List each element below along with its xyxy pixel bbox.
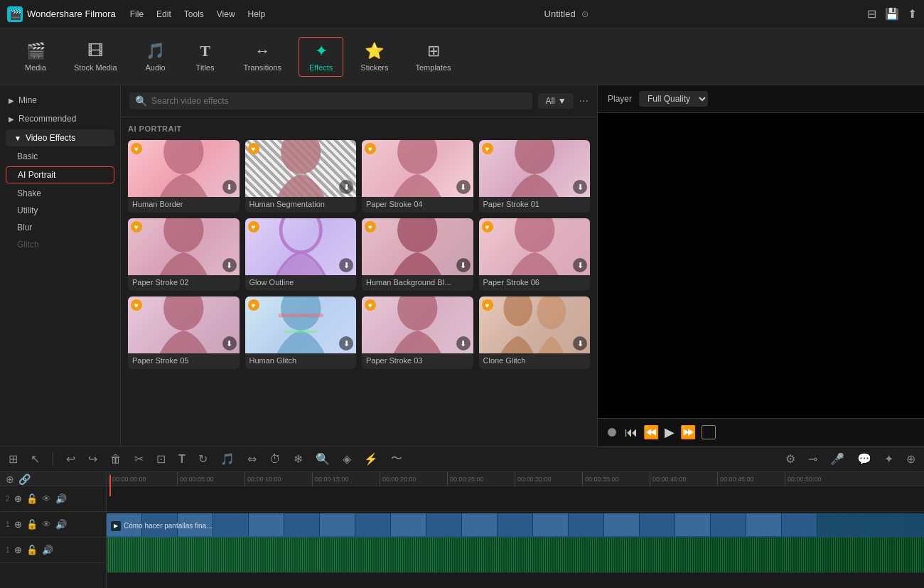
- timeline-color[interactable]: ◈: [340, 451, 354, 467]
- effect-human-bg-bi[interactable]: ♥ ⬇ Human Background BI...: [362, 218, 473, 291]
- download-paper05[interactable]: ⬇: [222, 336, 237, 351]
- play-button[interactable]: ▶: [665, 424, 675, 440]
- toolbar-effects[interactable]: ✦ Effects: [299, 37, 343, 77]
- filter-button[interactable]: All ▼: [538, 93, 573, 109]
- toolbar-audio[interactable]: 🎵 Audio: [134, 38, 177, 76]
- sidebar-item-mine[interactable]: ▶ Mine: [0, 91, 120, 109]
- timeline-audio-wave[interactable]: 〜: [388, 450, 405, 468]
- track-2-volume[interactable]: 🔊: [55, 493, 67, 504]
- toolbar-transitions[interactable]: ↔ Transitions: [234, 38, 291, 76]
- track-2-lock[interactable]: 🔓: [26, 493, 38, 504]
- download-hbg[interactable]: ⬇: [456, 258, 471, 272]
- timeline-adjust[interactable]: ⚡: [361, 451, 381, 467]
- download-paper03[interactable]: ⬇: [456, 336, 471, 351]
- download-paper06[interactable]: ⬇: [573, 258, 587, 272]
- menu-file[interactable]: File: [130, 9, 144, 19]
- timeline-redo[interactable]: ↪: [85, 451, 100, 467]
- sidebar-item-blur[interactable]: Blur: [0, 219, 120, 236]
- effect-paper04[interactable]: ♥ ⬇ Paper Stroke 04: [362, 140, 473, 213]
- toolbar-stickers[interactable]: ⭐ Stickers: [350, 38, 398, 76]
- track-1-volume[interactable]: 🔊: [55, 519, 67, 530]
- timeline-zoom[interactable]: 🔍: [313, 451, 333, 467]
- track-1-eye[interactable]: 👁: [42, 519, 51, 530]
- audio-track-1-volume[interactable]: 🔊: [42, 545, 53, 555]
- sidebar-item-utility[interactable]: Utility: [0, 202, 120, 219]
- add-track-icon[interactable]: ⊕: [6, 474, 14, 485]
- timeline-crop[interactable]: ⊡: [154, 451, 168, 467]
- toolbar-stock-media[interactable]: 🎞 Stock Media: [64, 38, 127, 76]
- sidebar-item-recommended[interactable]: ▶ Recommended: [0, 109, 120, 128]
- effect-name-paper05: Paper Stroke 05: [128, 353, 240, 369]
- sidebar-item-ai-portrait[interactable]: AI Portrait: [6, 166, 114, 183]
- timeline-transform[interactable]: ⇔: [245, 451, 259, 467]
- fullscreen-button[interactable]: [702, 425, 716, 439]
- effect-paper03[interactable]: ♥ ⬇ Paper Stroke 03: [362, 296, 473, 369]
- project-title[interactable]: Untitled: [544, 9, 576, 19]
- timeline-cut-tool[interactable]: ⊞: [6, 451, 21, 467]
- sidebar-item-basic[interactable]: Basic: [0, 148, 120, 165]
- timeline-undo[interactable]: ↩: [63, 451, 78, 467]
- sidebar-item-shake[interactable]: Shake: [0, 185, 120, 202]
- sidebar-item-video-effects[interactable]: ▼ Video Effects: [6, 129, 114, 146]
- timeline-captions[interactable]: 💬: [854, 451, 874, 467]
- step-back-button[interactable]: ⏪: [643, 424, 659, 440]
- timeline-freeze[interactable]: ❄: [291, 451, 306, 467]
- toolbar-templates[interactable]: ⊞ Templates: [405, 38, 461, 76]
- timeline-mic[interactable]: 🎤: [827, 451, 847, 467]
- track-1-add[interactable]: ⊕: [14, 519, 22, 530]
- effect-clone-glitch[interactable]: ♥ ⬇ Clone Glitch: [479, 296, 591, 369]
- download-clone[interactable]: ⬇: [573, 336, 587, 351]
- step-forward-button[interactable]: ⏩: [680, 424, 696, 440]
- effect-human-seg[interactable]: ♥ ⬇ Human Segmentation: [245, 140, 357, 213]
- player-quality-select[interactable]: Full Quality 1/2 Quality 1/4 Quality: [639, 91, 708, 107]
- toolbar-titles[interactable]: T Titles: [184, 38, 227, 76]
- menu-view[interactable]: View: [217, 9, 235, 19]
- timeline-speed[interactable]: ⏱: [267, 451, 284, 467]
- timeline-text[interactable]: T: [176, 451, 188, 467]
- download-hglitch[interactable]: ⬇: [339, 336, 353, 351]
- download-human-border[interactable]: ⬇: [222, 180, 237, 194]
- link-tracks-icon[interactable]: 🔗: [18, 474, 31, 485]
- timeline-delete[interactable]: 🗑: [107, 451, 124, 467]
- cloud-icon[interactable]: 💾: [885, 7, 899, 21]
- menu-tools[interactable]: Tools: [184, 9, 204, 19]
- video-track-1[interactable]: ▶ Cómo hacer pantallas fina...: [107, 513, 924, 538]
- export-icon[interactable]: ⬆: [908, 7, 917, 21]
- effect-glow[interactable]: ♥ ⬇ Glow Outline: [245, 218, 357, 291]
- search-input[interactable]: [151, 96, 527, 106]
- timeline-settings[interactable]: ⚙: [783, 451, 798, 467]
- timeline-cut[interactable]: ✂: [131, 451, 146, 467]
- audio-track[interactable]: [107, 538, 924, 572]
- search-box[interactable]: 🔍: [129, 92, 532, 109]
- effect-paper02[interactable]: ♥ ⬇ Paper Stroke 02: [128, 218, 240, 291]
- timeline-more[interactable]: ⊕: [903, 451, 918, 467]
- timeline-tracks-right[interactable]: 00:00:00:00 00:00:05:00 00:00:10:00 00:0…: [107, 472, 924, 588]
- timeline-split[interactable]: ⊸: [805, 451, 820, 467]
- track-2-add[interactable]: ⊕: [14, 493, 22, 504]
- audio-track-1-lock[interactable]: 🔓: [26, 545, 38, 555]
- download-human-seg[interactable]: ⬇: [339, 180, 353, 194]
- timeline-audio-adj[interactable]: 🎵: [217, 451, 237, 467]
- more-options-button[interactable]: ···: [579, 95, 589, 107]
- effect-human-glitch[interactable]: ♥ ⬇ Human Glitch: [245, 296, 357, 369]
- track-2-eye[interactable]: 👁: [42, 493, 51, 504]
- timeline-select-tool[interactable]: ↖: [28, 451, 43, 467]
- effect-paper06[interactable]: ♥ ⬇ Paper Stroke 06: [479, 218, 591, 291]
- download-paper01[interactable]: ⬇: [573, 180, 587, 194]
- audio-track-1-add[interactable]: ⊕: [14, 545, 22, 555]
- download-paper02[interactable]: ⬇: [222, 258, 237, 272]
- timeline-rotate[interactable]: ↻: [195, 451, 210, 467]
- toolbar-media[interactable]: 🎬 Media: [14, 38, 57, 76]
- window-icon[interactable]: ⊟: [867, 7, 876, 21]
- menu-help[interactable]: Help: [248, 9, 266, 19]
- effect-paper01[interactable]: ♥ ⬇ Paper Stroke 01: [479, 140, 591, 213]
- rewind-button[interactable]: ⏮: [625, 425, 638, 440]
- menu-edit[interactable]: Edit: [156, 9, 171, 19]
- effect-human-border[interactable]: ♥ ⬇ Human Border: [128, 140, 240, 213]
- track-1-lock[interactable]: 🔓: [26, 519, 38, 530]
- download-paper04[interactable]: ⬇: [456, 180, 471, 194]
- download-glow[interactable]: ⬇: [339, 258, 353, 272]
- effect-paper05[interactable]: ♥ ⬇ Paper Stroke 05: [128, 296, 240, 369]
- sidebar-item-glitch[interactable]: Glitch: [0, 236, 120, 253]
- timeline-effects2[interactable]: ✦: [881, 451, 896, 467]
